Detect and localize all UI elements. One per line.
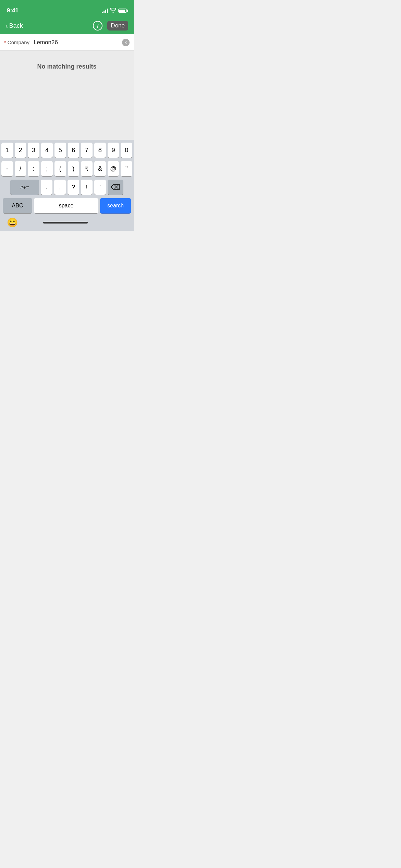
info-button[interactable]: i <box>93 21 102 31</box>
key-hashplus[interactable]: #+= <box>10 180 39 195</box>
delete-key[interactable]: ⌫ <box>108 180 123 195</box>
nav-right-actions: i Done <box>93 21 128 31</box>
required-star: * <box>4 39 6 45</box>
key-3[interactable]: 3 <box>28 143 39 158</box>
done-button[interactable]: Done <box>107 21 128 31</box>
keyboard: 1 2 3 4 5 6 7 8 9 0 - / : ; ( ) ₹ & @ " … <box>0 140 134 231</box>
battery-icon <box>118 9 127 13</box>
key-7[interactable]: 7 <box>81 143 93 158</box>
key-colon[interactable]: : <box>28 161 39 176</box>
key-9[interactable]: 9 <box>108 143 119 158</box>
key-4[interactable]: 4 <box>41 143 53 158</box>
key-5[interactable]: 5 <box>54 143 66 158</box>
company-search-input[interactable] <box>34 39 122 46</box>
back-label: Back <box>9 22 23 29</box>
no-results-text: No matching results <box>37 63 96 70</box>
status-bar: 9:41 <box>0 0 134 17</box>
emoji-button[interactable]: 😀 <box>7 217 18 228</box>
key-at[interactable]: @ <box>108 161 119 176</box>
keyboard-bottom-row: ABC space search <box>1 198 132 213</box>
nav-bar: ‹ Back i Done <box>0 17 134 34</box>
key-quote[interactable]: " <box>121 161 132 176</box>
key-period[interactable]: . <box>41 180 52 195</box>
status-time: 9:41 <box>7 7 19 14</box>
key-6[interactable]: 6 <box>68 143 80 158</box>
key-minus[interactable]: - <box>1 161 13 176</box>
key-close-paren[interactable]: ) <box>68 161 80 176</box>
chevron-left-icon: ‹ <box>5 22 8 30</box>
keyboard-row-symbols: - / : ; ( ) ₹ & @ " <box>1 161 132 176</box>
company-search-row: * Company × <box>0 34 134 51</box>
key-rupee[interactable]: ₹ <box>81 161 93 176</box>
key-apostrophe[interactable]: ' <box>94 180 106 195</box>
keyboard-row-special: #+= . , ? ! ' ⌫ <box>1 180 132 195</box>
wifi-icon <box>110 8 116 14</box>
key-space[interactable]: space <box>34 198 98 213</box>
emoji-row: 😀 <box>1 215 132 229</box>
key-comma[interactable]: , <box>54 180 66 195</box>
signal-icon <box>102 8 108 13</box>
key-0[interactable]: 0 <box>121 143 132 158</box>
key-1[interactable]: 1 <box>1 143 13 158</box>
home-indicator <box>43 222 88 224</box>
keyboard-row-numbers: 1 2 3 4 5 6 7 8 9 0 <box>1 143 132 158</box>
key-exclaim[interactable]: ! <box>81 180 93 195</box>
key-8[interactable]: 8 <box>94 143 106 158</box>
key-slash[interactable]: / <box>15 161 26 176</box>
key-search[interactable]: search <box>100 198 131 213</box>
key-open-paren[interactable]: ( <box>54 161 66 176</box>
status-icons <box>102 8 127 14</box>
company-field-label: Company <box>8 39 29 45</box>
key-ampersand[interactable]: & <box>94 161 106 176</box>
key-abc[interactable]: ABC <box>3 198 32 213</box>
key-2[interactable]: 2 <box>15 143 26 158</box>
key-semicolon[interactable]: ; <box>41 161 53 176</box>
results-area: No matching results <box>0 51 134 140</box>
back-button[interactable]: ‹ Back <box>5 22 23 30</box>
clear-button[interactable]: × <box>122 39 130 46</box>
key-question[interactable]: ? <box>68 180 79 195</box>
